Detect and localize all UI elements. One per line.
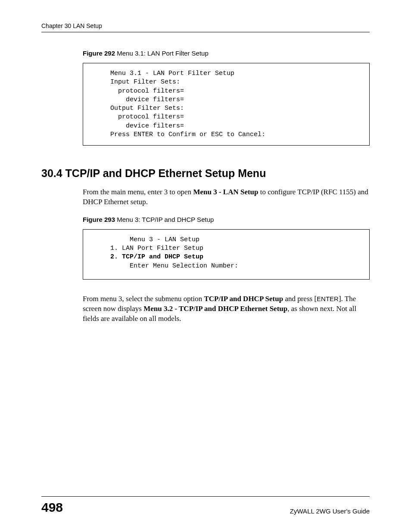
guide-name: ZyWALL 2WG User's Guide [290,507,370,515]
para-text: From the main menu, enter 3 to open [83,188,193,196]
terminal-line: device filters= [91,122,361,131]
terminal-line-bold: 2. TCP/IP and DHCP Setup [91,253,361,261]
page-number: 498 [41,500,63,515]
running-header: Chapter 30 LAN Setup [41,22,370,32]
para-text: and press [ [283,295,317,303]
page-footer: 498 ZyWALL 2WG User's Guide [41,496,370,515]
figure-292-caption: Figure 292 Menu 3.1: LAN Port Filter Set… [83,50,370,57]
para-text: From menu 3, select the submenu option [83,295,204,303]
terminal-line: Output Filter Sets: [91,104,361,113]
terminal-line: Enter Menu Selection Number: [91,262,361,271]
figure-292-label: Figure 292 [83,50,115,57]
terminal-box-figure-293: Menu 3 - LAN Setup 1. LAN Port Filter Se… [83,229,370,280]
terminal-line: protocol filters= [91,113,361,121]
body-paragraph-1: From the main menu, enter 3 to open Menu… [83,187,370,207]
figure-293-text: Menu 3: TCP/IP and DHCP Setup [115,216,214,223]
para-bold: Menu 3.2 - TCP/IP and DHCP Ethernet Setu… [143,305,287,313]
body-paragraph-2: From menu 3, select the submenu option T… [83,294,370,324]
terminal-line: Press ENTER to Confirm or ESC to Cancel: [91,131,361,139]
terminal-line: Menu 3.1 - LAN Port Filter Setup [91,69,361,78]
para-bold: Menu 3 - LAN Setup [193,188,258,196]
figure-293-caption: Figure 293 Menu 3: TCP/IP and DHCP Setup [83,216,370,223]
terminal-line: protocol filters= [91,87,361,96]
terminal-line: Menu 3 - LAN Setup [91,236,361,244]
terminal-box-figure-292: Menu 3.1 - LAN Port Filter Setup Input F… [83,63,370,146]
section-heading-30-4: 30.4 TCP/IP and DHCP Ethernet Setup Menu [41,167,370,180]
terminal-line: device filters= [91,96,361,104]
para-bold: TCP/IP and DHCP Setup [204,295,283,303]
figure-292-text: Menu 3.1: LAN Port Filter Setup [115,50,209,57]
terminal-line: Input Filter Sets: [91,78,361,87]
terminal-line: 1. LAN Port Filter Setup [91,244,361,253]
enter-key-text: ENTER [317,295,339,302]
figure-293-label: Figure 293 [83,216,115,223]
